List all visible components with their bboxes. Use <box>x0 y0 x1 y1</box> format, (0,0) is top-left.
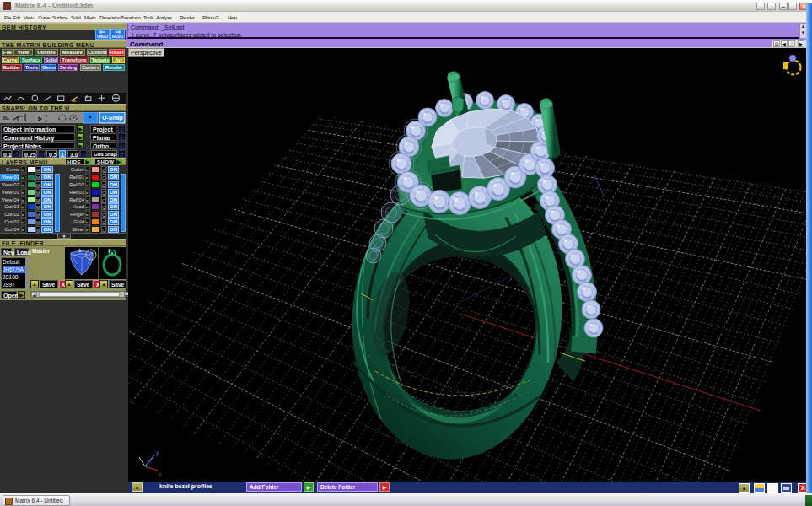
svg-text:y: y <box>156 449 159 456</box>
svg-text:x: x <box>159 471 162 477</box>
svg-text:O-Snap: O-Snap <box>102 115 123 121</box>
